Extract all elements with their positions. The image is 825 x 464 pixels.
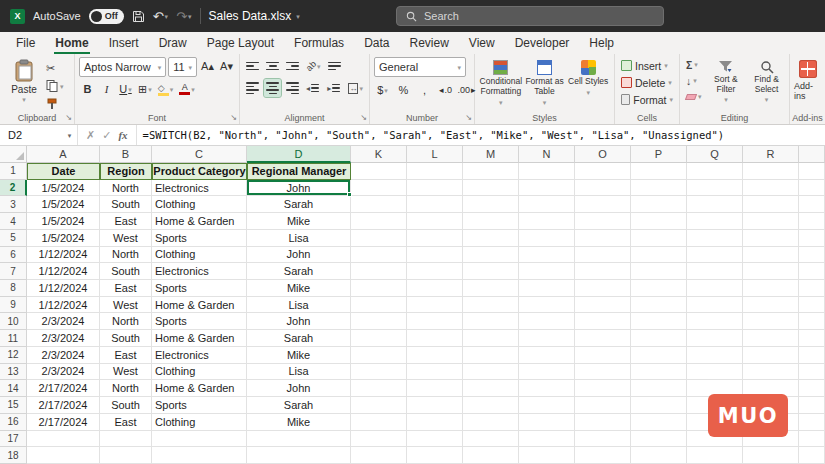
cell-D2[interactable]: John [247, 180, 351, 197]
decrease-font-button[interactable]: A▾ [218, 57, 235, 75]
cell-D3[interactable]: Sarah [247, 196, 351, 213]
cell-A18[interactable] [27, 447, 100, 464]
number-format-select[interactable]: General ▾ [374, 57, 466, 77]
clipboard-dialog-launcher[interactable]: ↘ [65, 114, 72, 122]
cell-L13[interactable] [407, 364, 463, 381]
column-header-A[interactable]: A [27, 146, 100, 163]
cell-D17[interactable] [247, 431, 351, 448]
confirm-entry-icon[interactable]: ✓ [102, 129, 111, 142]
cell-P11[interactable] [631, 330, 687, 347]
document-title[interactable]: Sales Data.xlsx ▾ [209, 9, 300, 23]
cell-P13[interactable] [631, 364, 687, 381]
cell-N8[interactable] [519, 280, 575, 297]
cell-R12[interactable] [743, 347, 799, 364]
row-header-14[interactable]: 14 [0, 380, 27, 397]
cell-offscreen6[interactable] [799, 247, 825, 264]
cell-O6[interactable] [575, 247, 631, 264]
cell-M4[interactable] [463, 213, 519, 230]
font-size-select[interactable]: 11 ▾ [168, 57, 197, 77]
row-header-13[interactable]: 13 [0, 364, 27, 381]
copy-button[interactable]: ▾ [44, 78, 66, 94]
cell-A2[interactable]: 1/5/2024 [27, 180, 100, 197]
column-header-R[interactable]: R [743, 146, 799, 163]
cell-R18[interactable] [743, 447, 799, 464]
cell-O7[interactable] [575, 263, 631, 280]
cell-R5[interactable] [743, 230, 799, 247]
cell-K4[interactable] [351, 213, 407, 230]
cell-P17[interactable] [631, 431, 687, 448]
cell-M6[interactable] [463, 247, 519, 264]
cell-O10[interactable] [575, 313, 631, 330]
cell-offscreen16[interactable] [799, 414, 825, 431]
cell-Q13[interactable] [687, 364, 743, 381]
column-header-O[interactable]: O [575, 146, 631, 163]
cell-O9[interactable] [575, 297, 631, 314]
percent-format-button[interactable]: % [395, 81, 412, 99]
cell-A10[interactable]: 2/3/2024 [27, 313, 100, 330]
row-header-18[interactable]: 18 [0, 447, 27, 464]
cell-B13[interactable]: West [100, 364, 152, 381]
cell-M14[interactable] [463, 380, 519, 397]
cell-M12[interactable] [463, 347, 519, 364]
cell-R13[interactable] [743, 364, 799, 381]
cell-C3[interactable]: Clothing [152, 196, 247, 213]
cell-B8[interactable]: East [100, 280, 152, 297]
cell-B9[interactable]: West [100, 297, 152, 314]
cell-Q11[interactable] [687, 330, 743, 347]
cell-D1[interactable]: Regional Manager [247, 163, 351, 180]
cell-N1[interactable] [519, 163, 575, 180]
cell-B2[interactable]: North [100, 180, 152, 197]
cell-A13[interactable]: 2/3/2024 [27, 364, 100, 381]
cell-C18[interactable] [152, 447, 247, 464]
cell-A11[interactable]: 2/3/2024 [27, 330, 100, 347]
cell-M16[interactable] [463, 414, 519, 431]
cell-N7[interactable] [519, 263, 575, 280]
cell-N12[interactable] [519, 347, 575, 364]
row-header-10[interactable]: 10 [0, 313, 27, 330]
cell-M18[interactable] [463, 447, 519, 464]
fill-color-button[interactable]: ◇▾ [156, 80, 176, 98]
cell-O5[interactable] [575, 230, 631, 247]
decrease-decimal-button[interactable]: .00▸ [458, 81, 475, 99]
row-header-3[interactable]: 3 [0, 196, 27, 213]
cell-L9[interactable] [407, 297, 463, 314]
cell-A8[interactable]: 1/12/2024 [27, 280, 100, 297]
cell-offscreen3[interactable] [799, 196, 825, 213]
cell-L12[interactable] [407, 347, 463, 364]
cell-D10[interactable]: John [247, 313, 351, 330]
cell-R11[interactable] [743, 330, 799, 347]
cell-L16[interactable] [407, 414, 463, 431]
row-header-17[interactable]: 17 [0, 431, 27, 448]
format-as-table-button[interactable]: Format as Table ▾ [523, 57, 567, 106]
column-header-D[interactable]: D [247, 146, 351, 163]
cell-P7[interactable] [631, 263, 687, 280]
cell-K8[interactable] [351, 280, 407, 297]
cell-A12[interactable]: 2/3/2024 [27, 347, 100, 364]
cell-M10[interactable] [463, 313, 519, 330]
cell-A14[interactable]: 2/17/2024 [27, 380, 100, 397]
cell-K3[interactable] [351, 196, 407, 213]
find-select-button[interactable]: Find & Select ▾ [748, 57, 785, 103]
fill-button[interactable]: ↓▾ [684, 73, 704, 88]
cancel-entry-icon[interactable]: ✗ [86, 129, 95, 142]
cell-N16[interactable] [519, 414, 575, 431]
cell-C10[interactable]: Sports [152, 313, 247, 330]
cell-A7[interactable]: 1/12/2024 [27, 263, 100, 280]
orientation-button[interactable]: ab▾ [304, 57, 323, 75]
increase-font-button[interactable]: A▴ [199, 57, 216, 75]
cut-button[interactable]: ✂ [44, 60, 66, 76]
cell-M15[interactable] [463, 397, 519, 414]
cell-R7[interactable] [743, 263, 799, 280]
cell-M11[interactable] [463, 330, 519, 347]
cell-O14[interactable] [575, 380, 631, 397]
cell-P8[interactable] [631, 280, 687, 297]
cell-offscreen5[interactable] [799, 230, 825, 247]
name-box[interactable]: D2 [0, 125, 62, 145]
cell-B12[interactable]: East [100, 347, 152, 364]
cell-L10[interactable] [407, 313, 463, 330]
cell-M17[interactable] [463, 431, 519, 448]
column-header-C[interactable]: C [152, 146, 247, 163]
cell-C13[interactable]: Clothing [152, 364, 247, 381]
cell-B15[interactable]: South [100, 397, 152, 414]
cell-D7[interactable]: Sarah [247, 263, 351, 280]
